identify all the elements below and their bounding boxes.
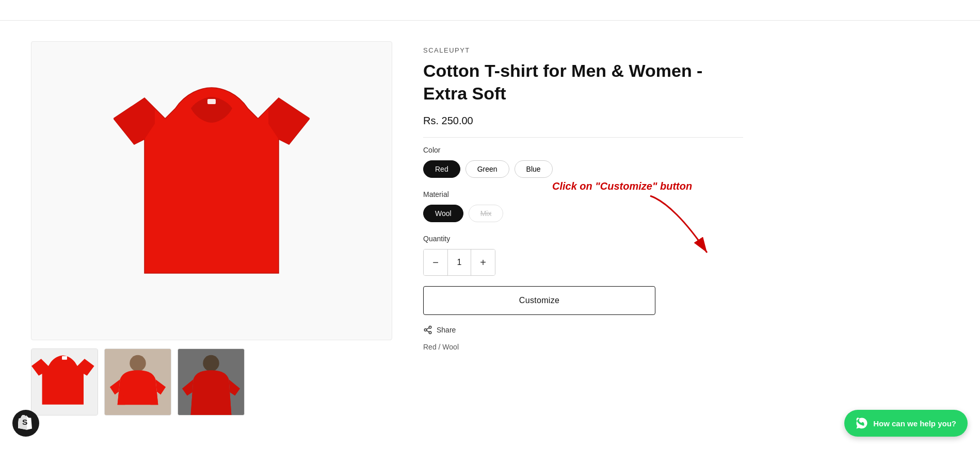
color-option-blue[interactable]: Blue xyxy=(515,160,553,178)
tshirt-image xyxy=(114,77,310,304)
svg-rect-2 xyxy=(62,356,67,360)
whatsapp-icon xyxy=(856,417,868,429)
whatsapp-button[interactable]: How can we help you? xyxy=(844,410,968,437)
brand-label: SCALEUPYT xyxy=(423,46,743,54)
svg-text:S: S xyxy=(22,418,27,426)
customize-button[interactable]: Customize xyxy=(423,286,655,315)
svg-point-4 xyxy=(130,355,146,372)
color-option-green[interactable]: Green xyxy=(465,160,509,178)
shopify-icon: S xyxy=(18,415,34,431)
svg-line-11 xyxy=(426,328,429,329)
separator xyxy=(423,137,743,138)
whatsapp-label: How can we help you? xyxy=(873,419,956,428)
main-content: SCALEUPYT Cotton T-shirt for Men & Women… xyxy=(0,21,980,436)
color-options: Red Green Blue xyxy=(423,160,743,178)
main-product-image xyxy=(31,41,392,340)
color-option-red[interactable]: Red xyxy=(423,160,460,178)
top-bar xyxy=(0,0,980,21)
color-label: Color xyxy=(423,146,743,154)
svg-line-10 xyxy=(426,331,429,332)
shopify-badge[interactable]: S xyxy=(12,410,39,437)
share-icon xyxy=(423,325,432,335)
svg-point-6 xyxy=(203,355,219,372)
quantity-label: Quantity xyxy=(423,235,743,243)
product-title: Cotton T-shirt for Men & Women - Extra S… xyxy=(423,59,743,105)
material-label: Material xyxy=(423,190,743,198)
product-info-panel: SCALEUPYT Cotton T-shirt for Men & Women… xyxy=(423,41,743,415)
quantity-control: − 1 + xyxy=(423,249,495,276)
share-label: Share xyxy=(437,326,456,334)
thumbnail-item[interactable] xyxy=(104,348,171,415)
quantity-value: 1 xyxy=(447,250,471,275)
product-gallery xyxy=(31,41,392,415)
quantity-increase-button[interactable]: + xyxy=(471,250,495,275)
share-row[interactable]: Share xyxy=(423,325,743,335)
material-options: Wool Mix xyxy=(423,205,743,222)
material-option-wool[interactable]: Wool xyxy=(423,205,463,222)
thumbnail-list xyxy=(31,348,392,415)
thumbnail-item[interactable] xyxy=(31,348,98,415)
page-wrapper: SCALEUPYT Cotton T-shirt for Men & Women… xyxy=(0,0,980,449)
thumbnail-item[interactable] xyxy=(178,348,245,415)
quantity-decrease-button[interactable]: − xyxy=(424,250,447,275)
svg-rect-0 xyxy=(207,99,216,104)
product-price: Rs. 250.00 xyxy=(423,115,743,127)
variant-info: Red / Wool xyxy=(423,343,743,351)
material-option-mix[interactable]: Mix xyxy=(469,205,504,222)
